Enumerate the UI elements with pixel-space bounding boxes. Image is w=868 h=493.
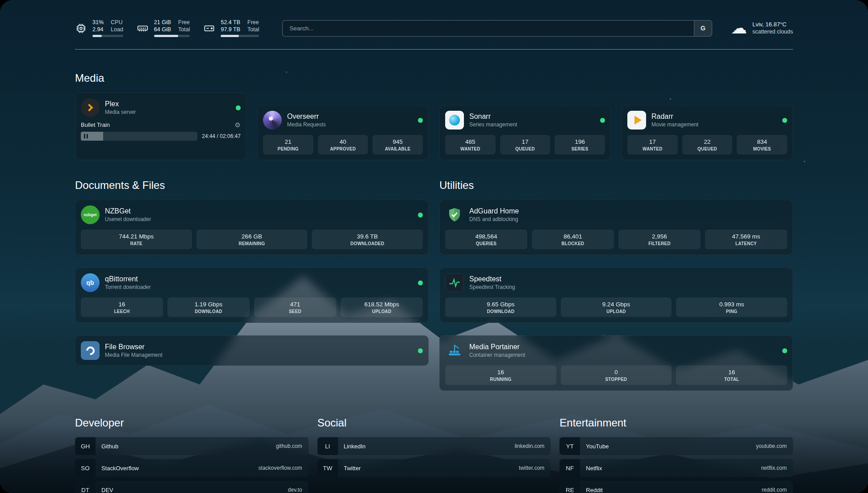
status-dot xyxy=(600,118,605,123)
portainer-icon xyxy=(445,341,464,360)
stat-leech: 16LEECH xyxy=(81,297,163,317)
stat-queries: 498,564QUERIES xyxy=(445,230,527,249)
stat-stopped: 0STOPPED xyxy=(561,365,672,385)
stat-wanted: 17WANTED xyxy=(627,135,678,155)
weather-location-temp: Lviv, 16.87°C xyxy=(752,21,793,28)
service-card-plex[interactable]: Plex Media server Bullet Train xyxy=(75,92,246,160)
service-name: qBittorrent xyxy=(105,275,151,283)
service-name: Speedtest xyxy=(469,275,515,283)
adguard-shield-icon xyxy=(445,205,464,224)
status-dot xyxy=(782,348,787,353)
pause-icon[interactable] xyxy=(84,134,88,138)
memory-free-value: 21 GiB xyxy=(154,19,171,26)
service-card-qbittorrent[interactable]: qb qBittorrent Torrent downloader 16LEEC… xyxy=(75,267,429,323)
link-url: dev.to xyxy=(288,487,309,493)
link-url: stackoverflow.com xyxy=(259,465,309,471)
service-name: File Browser xyxy=(105,343,163,351)
stat-running: 16RUNNING xyxy=(445,365,556,385)
section-utilities: Utilities AdGuard Home DNS and adblockin… xyxy=(439,179,793,391)
link-abbr: DT xyxy=(75,481,96,493)
stat-upload: 618.52 MbpsUPLOAD xyxy=(341,297,423,317)
stat-series: 196SERIES xyxy=(555,135,605,155)
disk-icon xyxy=(203,22,215,34)
playback-progress-bar[interactable] xyxy=(81,132,197,141)
link-name: Netflix xyxy=(580,465,602,472)
section-entertainment: Entertainment YT YouTube youtube.com NF … xyxy=(559,417,793,493)
service-subtitle: Media server xyxy=(105,109,136,115)
service-subtitle: Movie management xyxy=(651,121,698,128)
service-subtitle: Series management xyxy=(469,121,517,128)
search-bar: G xyxy=(282,20,712,37)
gear-icon[interactable] xyxy=(235,121,241,128)
link-name: Reddit xyxy=(580,487,603,493)
link-reddit[interactable]: RE Reddit reddit.com xyxy=(559,481,793,493)
stat-download: 1.19 GbpsDOWNLOAD xyxy=(167,297,250,317)
search-input[interactable] xyxy=(283,21,694,36)
nzbget-icon: nzbget xyxy=(81,205,100,224)
section-developer: Developer GH Github github.com SO StackO… xyxy=(75,417,309,493)
service-card-sonarr[interactable]: Sonarr Series management 485WANTED 17QUE… xyxy=(439,105,611,160)
link-name: YouTube xyxy=(580,443,609,450)
service-card-portainer[interactable]: Media Portainer Container management 16R… xyxy=(439,335,793,391)
service-card-speedtest[interactable]: Speedtest Speedtest Tracking 9.65 GbpsDO… xyxy=(439,267,793,323)
status-dot xyxy=(418,118,423,123)
search-provider-button[interactable]: G xyxy=(694,21,712,36)
disk-total-value: 97.9 TB xyxy=(221,26,240,33)
service-subtitle: Media Requests xyxy=(287,121,326,128)
qbittorrent-icon: qb xyxy=(81,273,100,292)
disk-total-label: Total xyxy=(247,26,259,33)
sonarr-icon xyxy=(445,111,464,130)
weather-condition: scattered clouds xyxy=(752,28,793,36)
cpu-icon xyxy=(75,22,87,34)
memory-widget: 21 GiB Free 64 GiB Total xyxy=(137,19,190,37)
link-twitter[interactable]: TW Twitter twitter.com xyxy=(317,459,551,477)
memory-free-label: Free xyxy=(178,19,190,26)
top-bar: 31% CPU 2.94 Load 21 GiB Free 64 xyxy=(75,16,793,40)
dashboard-window: 31% CPU 2.94 Load 21 GiB Free 64 xyxy=(0,0,868,493)
link-abbr: GH xyxy=(75,437,96,455)
link-name: StackOverflow xyxy=(96,465,139,472)
section-title-documents: Documents & Files xyxy=(75,179,429,192)
cpu-label: CPU xyxy=(111,19,123,26)
memory-icon xyxy=(137,22,149,34)
link-name: Github xyxy=(96,443,118,450)
link-linkedin[interactable]: LI LinkedIn linkedin.com xyxy=(317,437,551,455)
section-title-utilities: Utilities xyxy=(439,179,793,192)
stat-queued: 22QUEUED xyxy=(682,135,733,155)
stat-queued: 17QUEUED xyxy=(500,135,551,155)
service-card-adguard[interactable]: AdGuard Home DNS and adblocking 498,564Q… xyxy=(439,200,793,255)
section-title-developer: Developer xyxy=(75,417,309,429)
status-dot xyxy=(782,118,787,123)
link-stackoverflow[interactable]: SO StackOverflow stackoverflow.com xyxy=(75,459,309,477)
link-dev-to[interactable]: DT DEV dev.to xyxy=(75,481,309,493)
link-youtube[interactable]: YT YouTube youtube.com xyxy=(559,437,793,455)
link-netflix[interactable]: NF Netflix netflix.com xyxy=(559,459,793,477)
service-name: Overseerr xyxy=(287,113,326,121)
service-card-nzbget[interactable]: nzbget NZBGet Usenet downloader 744.21 M… xyxy=(75,200,429,255)
stat-ping: 0.993 msPING xyxy=(676,297,787,317)
disk-widget: 52.4 TB Free 97.9 TB Total xyxy=(203,19,259,37)
service-subtitle: Media File Management xyxy=(105,352,163,358)
overseerr-icon xyxy=(263,111,282,130)
stat-filtered: 2,956FILTERED xyxy=(618,230,701,249)
status-dot xyxy=(236,105,241,110)
stat-downloaded: 39.6 TBDOWNLOADED xyxy=(312,230,423,249)
service-subtitle: Speedtest Tracking xyxy=(469,284,515,290)
service-card-overseerr[interactable]: Overseerr Media Requests 21PENDING 40APP… xyxy=(257,105,429,160)
service-name: Plex xyxy=(105,100,136,108)
service-name: Radarr xyxy=(651,113,698,121)
stat-latency: 47.569 msLATENCY xyxy=(705,230,787,249)
service-card-radarr[interactable]: Radarr Movie management 17WANTED 22QUEUE… xyxy=(622,105,793,160)
section-media: Media Plex Media server Bullet Train xyxy=(75,72,793,160)
link-github[interactable]: GH Github github.com xyxy=(75,437,309,455)
cpu-widget: 31% CPU 2.94 Load xyxy=(75,19,123,37)
plex-icon xyxy=(81,98,100,117)
status-dot xyxy=(418,280,423,285)
service-card-filebrowser[interactable]: File Browser Media File Management xyxy=(75,335,429,366)
cpu-load-label: Load xyxy=(111,26,123,33)
service-name: Media Portainer xyxy=(469,343,525,351)
memory-total-label: Total xyxy=(178,26,190,33)
cpu-usage-bar xyxy=(92,35,123,37)
cpu-percent: 31% xyxy=(92,19,104,26)
section-social: Social LI LinkedIn linkedin.com TW Twitt… xyxy=(317,417,551,493)
